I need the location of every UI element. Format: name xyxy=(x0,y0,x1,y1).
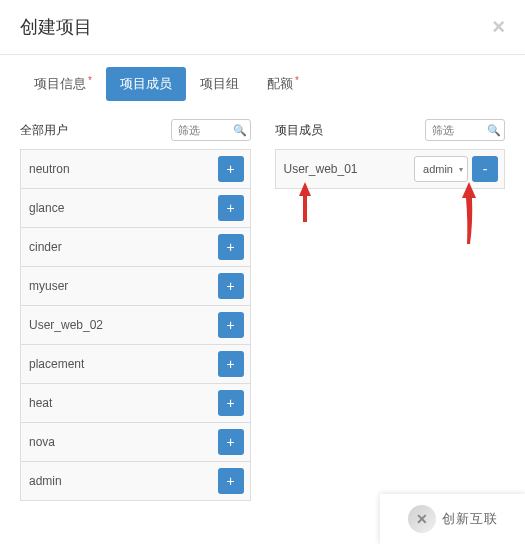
remove-user-button[interactable]: - xyxy=(472,156,498,182)
available-users-list: neutron + glance + cinder + myuser + Use… xyxy=(20,149,251,501)
list-item: placement + xyxy=(20,345,251,384)
available-users-panel: 全部用户 🔍 neutron + glance + cinder + xyxy=(20,119,251,501)
modal-title: 创建项目 xyxy=(20,15,92,39)
add-user-button[interactable]: + xyxy=(218,468,244,494)
available-users-filter[interactable] xyxy=(171,119,251,141)
add-user-button[interactable]: + xyxy=(218,351,244,377)
add-user-button[interactable]: + xyxy=(218,312,244,338)
role-label: admin xyxy=(423,163,453,175)
user-name: heat xyxy=(29,396,52,410)
tab-project-groups[interactable]: 项目组 xyxy=(186,67,253,101)
list-item: nova + xyxy=(20,423,251,462)
create-project-modal: 创建项目 × 项目信息* 项目成员 项目组 配额* 全部用户 🔍 xyxy=(0,0,525,544)
list-item: admin + xyxy=(20,462,251,501)
user-name: User_web_02 xyxy=(29,318,103,332)
tab-label: 项目组 xyxy=(200,76,239,91)
tab-label: 项目信息 xyxy=(34,76,86,91)
chevron-down-icon: ▾ xyxy=(459,165,463,174)
list-item: User_web_02 + xyxy=(20,306,251,345)
add-user-button[interactable]: + xyxy=(218,234,244,260)
member-name: User_web_01 xyxy=(284,162,358,176)
members-panel: 项目成员 🔍 User_web_01 admin ▾ - xyxy=(275,119,506,501)
list-item: heat + xyxy=(20,384,251,423)
user-name: myuser xyxy=(29,279,68,293)
list-item: glance + xyxy=(20,189,251,228)
members-title: 项目成员 xyxy=(275,122,323,139)
available-users-title: 全部用户 xyxy=(20,122,68,139)
add-user-button[interactable]: + xyxy=(218,156,244,182)
close-button[interactable]: × xyxy=(492,16,505,38)
modal-header: 创建项目 × xyxy=(0,0,525,55)
list-item: User_web_01 admin ▾ - xyxy=(275,150,506,189)
user-name: neutron xyxy=(29,162,70,176)
tab-label: 项目成员 xyxy=(120,76,172,91)
list-item: myuser + xyxy=(20,267,251,306)
brand-logo: ✕ 创新互联 xyxy=(380,494,525,544)
required-mark: * xyxy=(295,75,299,86)
required-mark: * xyxy=(88,75,92,86)
user-name: glance xyxy=(29,201,64,215)
tabs: 项目信息* 项目成员 项目组 配额* xyxy=(0,55,525,101)
tab-project-members[interactable]: 项目成员 xyxy=(106,67,186,101)
tab-label: 配额 xyxy=(267,76,293,91)
user-name: cinder xyxy=(29,240,62,254)
logo-mark-icon: ✕ xyxy=(408,505,436,533)
add-user-button[interactable]: + xyxy=(218,429,244,455)
members-filter[interactable] xyxy=(425,119,505,141)
add-user-button[interactable]: + xyxy=(218,390,244,416)
logo-text: 创新互联 xyxy=(442,510,498,528)
add-user-button[interactable]: + xyxy=(218,195,244,221)
list-item: cinder + xyxy=(20,228,251,267)
user-name: placement xyxy=(29,357,84,371)
role-dropdown[interactable]: admin ▾ xyxy=(414,156,468,182)
members-list: User_web_01 admin ▾ - xyxy=(275,149,506,189)
tab-quota[interactable]: 配额* xyxy=(253,67,313,101)
add-user-button[interactable]: + xyxy=(218,273,244,299)
user-name: nova xyxy=(29,435,55,449)
tab-project-info[interactable]: 项目信息* xyxy=(20,67,106,101)
list-item: neutron + xyxy=(20,150,251,189)
user-name: admin xyxy=(29,474,62,488)
